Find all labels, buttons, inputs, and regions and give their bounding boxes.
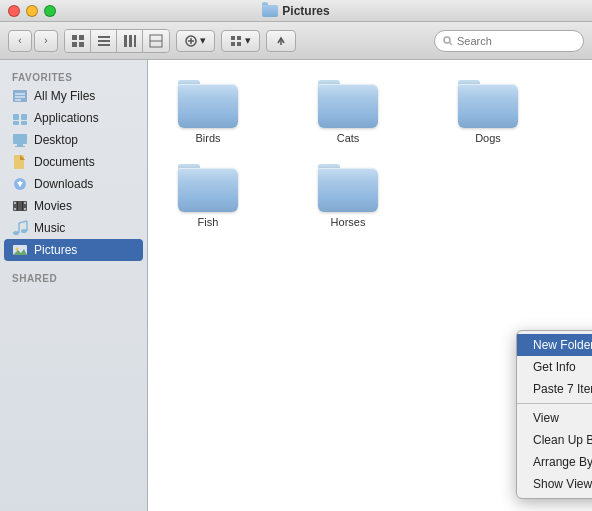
forward-button[interactable]: › xyxy=(34,30,58,52)
folder-label-horses: Horses xyxy=(331,216,366,228)
sidebar-item-movies[interactable]: Movies xyxy=(0,195,147,217)
nav-buttons[interactable]: ‹ › xyxy=(8,30,58,52)
svg-rect-3 xyxy=(79,42,84,47)
sidebar-item-pictures[interactable]: Pictures xyxy=(4,239,143,261)
svg-point-20 xyxy=(444,37,450,43)
close-button[interactable] xyxy=(8,5,20,17)
svg-rect-7 xyxy=(124,35,127,47)
toolbar: ‹ › ▾ ▾ xyxy=(0,22,592,60)
icon-view-button[interactable] xyxy=(65,30,91,52)
sidebar-label-applications: Applications xyxy=(34,111,99,125)
folder-label-dogs: Dogs xyxy=(475,132,501,144)
folder-item-birds[interactable]: Birds xyxy=(168,80,248,144)
svg-rect-28 xyxy=(13,121,19,125)
share-button[interactable] xyxy=(266,30,296,52)
svg-point-39 xyxy=(14,202,16,204)
folder-label-fish: Fish xyxy=(198,216,219,228)
folder-item-cats[interactable]: Cats xyxy=(308,80,388,144)
svg-rect-18 xyxy=(237,42,241,46)
sidebar-label-downloads: Downloads xyxy=(34,177,93,191)
arrange-button[interactable]: ▾ xyxy=(221,30,260,52)
window-title: Pictures xyxy=(262,4,329,18)
window-controls[interactable] xyxy=(8,5,56,17)
svg-rect-31 xyxy=(17,144,23,146)
folder-item-dogs[interactable]: Dogs xyxy=(448,80,528,144)
ctx-show-view-options[interactable]: Show View Options xyxy=(517,473,592,495)
folder-grid: Birds Cats Dogs xyxy=(168,80,572,144)
ctx-view[interactable]: View ▶ xyxy=(517,407,592,429)
svg-rect-15 xyxy=(231,36,235,40)
svg-rect-32 xyxy=(15,146,25,147)
list-view-button[interactable] xyxy=(91,30,117,52)
folder-item-fish[interactable]: Fish xyxy=(168,164,248,228)
minimize-button[interactable] xyxy=(26,5,38,17)
folder-icon-fish xyxy=(178,164,238,212)
coverflow-view-button[interactable] xyxy=(143,30,169,52)
action-button[interactable]: ▾ xyxy=(176,30,215,52)
search-input[interactable] xyxy=(457,35,557,47)
action-dropdown-arrow: ▾ xyxy=(200,34,206,47)
ctx-paste-items[interactable]: Paste 7 Items xyxy=(517,378,592,400)
back-button[interactable]: ‹ xyxy=(8,30,32,52)
folder-icon-dogs xyxy=(458,80,518,128)
svg-rect-6 xyxy=(98,44,110,46)
folder-icon-birds xyxy=(178,80,238,128)
svg-rect-43 xyxy=(17,201,18,211)
sidebar-item-all-my-files[interactable]: All My Files xyxy=(0,85,147,107)
svg-line-49 xyxy=(19,221,27,223)
downloads-icon xyxy=(12,176,28,192)
sidebar-label-music: Music xyxy=(34,221,65,235)
svg-rect-8 xyxy=(129,35,132,47)
ctx-new-folder[interactable]: New Folder xyxy=(517,334,592,356)
sidebar-label-desktop: Desktop xyxy=(34,133,78,147)
search-icon xyxy=(443,36,453,46)
folder-label-birds: Birds xyxy=(195,132,220,144)
sidebar-item-music[interactable]: Music xyxy=(0,217,147,239)
context-menu: New Folder Get Info Paste 7 Items View ▶… xyxy=(516,330,592,499)
maximize-button[interactable] xyxy=(44,5,56,17)
svg-rect-33 xyxy=(14,155,24,169)
svg-rect-30 xyxy=(13,134,27,144)
titlebar: Pictures xyxy=(0,0,592,22)
arrange-dropdown-arrow: ▾ xyxy=(245,34,251,47)
sidebar-item-downloads[interactable]: Downloads xyxy=(0,173,147,195)
svg-rect-5 xyxy=(98,40,110,42)
favorites-section-title: FAVORITES xyxy=(0,68,147,85)
desktop-icon xyxy=(12,132,28,148)
sidebar-label-movies: Movies xyxy=(34,199,72,213)
svg-rect-16 xyxy=(237,36,241,40)
svg-rect-2 xyxy=(72,42,77,47)
sidebar-item-applications[interactable]: Applications xyxy=(0,107,147,129)
svg-rect-4 xyxy=(98,36,110,38)
content-area: Birds Cats Dogs xyxy=(148,60,592,511)
pictures-icon xyxy=(12,242,28,258)
folder-grid-row2: Fish Horses xyxy=(168,164,572,228)
ctx-get-info[interactable]: Get Info xyxy=(517,356,592,378)
svg-rect-29 xyxy=(21,121,27,125)
folder-icon-cats xyxy=(318,80,378,128)
all-my-files-icon xyxy=(12,88,28,104)
movies-icon xyxy=(12,198,28,214)
svg-line-21 xyxy=(450,42,453,45)
sidebar-label-pictures: Pictures xyxy=(34,243,77,257)
sidebar-item-documents[interactable]: Documents xyxy=(0,151,147,173)
svg-rect-1 xyxy=(79,35,84,40)
svg-rect-9 xyxy=(134,35,136,47)
svg-point-42 xyxy=(24,208,26,210)
folder-icon-horses xyxy=(318,164,378,212)
svg-point-41 xyxy=(14,208,16,210)
column-view-button[interactable] xyxy=(117,30,143,52)
ctx-clean-up-by[interactable]: Clean Up By ▶ xyxy=(517,429,592,451)
sidebar: FAVORITES All My Files Applications Desk… xyxy=(0,60,148,511)
applications-icon xyxy=(12,110,28,126)
search-box[interactable] xyxy=(434,30,584,52)
main-layout: FAVORITES All My Files Applications Desk… xyxy=(0,60,592,511)
ctx-arrange-by[interactable]: Arrange By ▶ xyxy=(517,451,592,473)
folder-item-horses[interactable]: Horses xyxy=(308,164,388,228)
folder-label-cats: Cats xyxy=(337,132,360,144)
shared-section-title: SHARED xyxy=(0,269,147,286)
svg-rect-26 xyxy=(13,114,19,120)
documents-icon xyxy=(12,154,28,170)
view-toggle[interactable] xyxy=(64,29,170,53)
sidebar-item-desktop[interactable]: Desktop xyxy=(0,129,147,151)
